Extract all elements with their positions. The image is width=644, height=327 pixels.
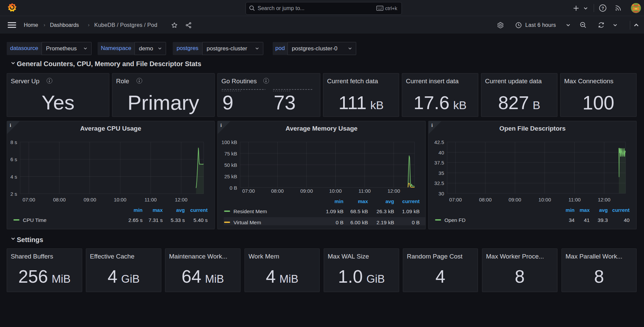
svg-text:?: ? [601,6,604,11]
